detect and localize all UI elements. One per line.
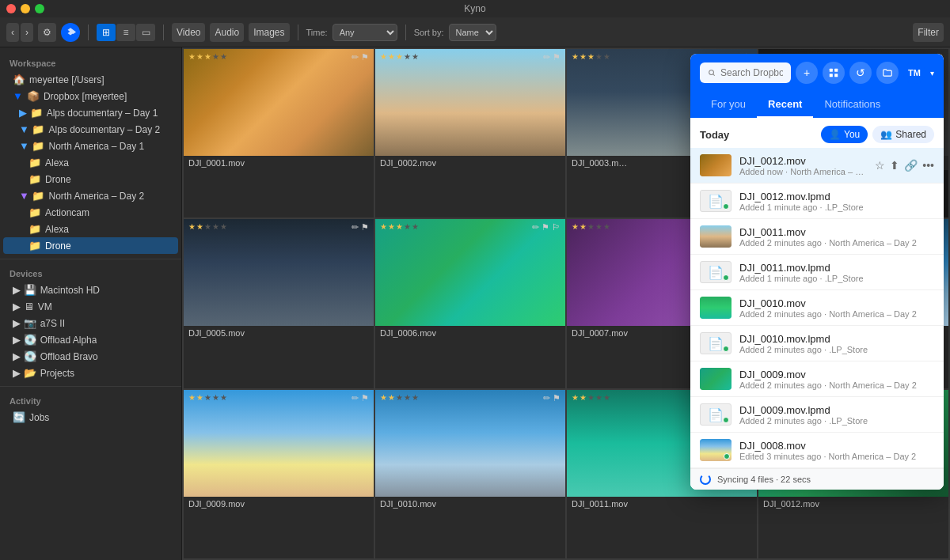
file-name: DJI_0009.mov.lpmd <box>739 404 934 416</box>
toolbar: ‹ › ⚙ ⊞ ≡ ▭ Video Audio Images Time: Any… <box>0 17 950 47</box>
sidebar-label-actioncam: Actioncam <box>45 207 89 218</box>
sidebar-item-na-day2[interactable]: ▼ 📁 North America – Day 2 <box>3 187 178 204</box>
add-button[interactable]: + <box>796 62 818 84</box>
separator3 <box>298 25 298 40</box>
file-item-dji0008-mov[interactable]: DJI_0008.mov Edited 3 minutes ago · Nort… <box>690 433 944 468</box>
media-cell-0006[interactable]: ★★★★★ ✏⚑🏳 DJI_0006.mov <box>375 219 565 388</box>
file-item-dji0012-mov[interactable]: DJI_0012.mov Added now · North America –… <box>690 148 944 184</box>
media-cell-0005[interactable]: ★★★★★ ✏⚑ DJI_0005.mov <box>184 219 374 388</box>
sidebar: Workspace 🏠 meyertee [/Users] ▼ 📦 Dropbo… <box>0 47 182 560</box>
sidebar-label-projects: Projects <box>40 368 74 379</box>
close-button[interactable] <box>6 4 16 13</box>
sidebar-label-drone2: Drone <box>45 240 71 252</box>
file-name: DJI_0012.mov <box>739 155 867 167</box>
media-cell-0002[interactable]: ★★★★★ ✏⚑ DJI_0002.mov <box>375 49 565 218</box>
refresh-button[interactable]: ↺ <box>849 62 872 84</box>
sidebar-item-jobs[interactable]: 🔄 Jobs <box>3 409 178 426</box>
minimize-button[interactable] <box>21 4 30 13</box>
media-cell-0001[interactable]: ★★★★★ ✏⚑ DJI_0001.mov <box>184 49 374 218</box>
file-item-dji0012-lpmd[interactable]: 📄 DJI_0012.mov.lpmd Added 1 minute ago ·… <box>690 184 944 219</box>
settings-button[interactable]: ⚙ <box>38 23 56 42</box>
sidebar-item-offload-alpha[interactable]: ▶ 💽 Offload Alpha <box>3 331 178 348</box>
tab-notifications[interactable]: Notifications <box>813 92 891 118</box>
title-bar: Kyno <box>0 0 950 17</box>
search-box[interactable] <box>700 62 791 83</box>
disk-alpha-icon: ▶ 💽 <box>13 334 36 346</box>
dropbox-folder-icon: 📦 <box>27 90 40 102</box>
sidebar-label-jobs: Jobs <box>29 412 49 423</box>
file-info: DJI_0010.mov.lpmd Added 2 minutes ago · … <box>739 333 934 354</box>
tab-recent[interactable]: Recent <box>757 92 813 118</box>
sidebar-item-a7s2[interactable]: ▶ 📷 a7S II <box>3 315 178 331</box>
media-cell-0009[interactable]: ★★★★★ ✏⚑ DJI_0009.mov <box>184 390 374 558</box>
sidebar-item-dropbox[interactable]: ▼ 📦 Dropbox [meyertee] <box>3 88 178 104</box>
sort-select[interactable]: Name Date Size <box>449 24 496 41</box>
file-item-dji0009-lpmd[interactable]: 📄 DJI_0009.mov.lpmd Added 2 minutes ago … <box>690 397 944 433</box>
shared-filter-button[interactable]: 👥 Shared <box>872 126 934 143</box>
file-doc-thumb: 📄 <box>700 332 732 354</box>
detail-view-button[interactable]: ▭ <box>136 24 155 41</box>
dropbox-apps-button[interactable] <box>823 62 845 84</box>
tab-for-you[interactable]: For you <box>700 92 757 118</box>
avatar-button[interactable]: TM <box>903 62 925 84</box>
folder-button[interactable] <box>876 62 899 84</box>
search-input[interactable] <box>720 67 783 78</box>
file-item-dji0011-lpmd[interactable]: 📄 DJI_0011.mov.lpmd Added 1 minute ago ·… <box>690 255 944 290</box>
file-meta: Added 2 minutes ago · North America – Da… <box>739 238 934 248</box>
forward-button[interactable]: › <box>21 23 33 42</box>
sync-indicator <box>723 417 729 423</box>
file-item-dji0009-mov[interactable]: DJI_0009.mov Added 2 minutes ago · North… <box>690 361 944 397</box>
more-action-icon[interactable]: ••• <box>922 159 934 172</box>
sidebar-item-actioncam[interactable]: 📁 Actioncam <box>3 204 178 221</box>
shared-label: Shared <box>895 129 926 140</box>
sidebar-item-drone2[interactable]: 📁 Drone <box>3 237 178 254</box>
sidebar-item-meyertee[interactable]: 🏠 meyertee [/Users] <box>3 71 178 88</box>
back-button[interactable]: ‹ <box>6 23 19 42</box>
sidebar-label-dropbox: Dropbox [meyertee] <box>44 91 127 102</box>
sidebar-label-na-day1: North America – Day 1 <box>48 141 144 152</box>
file-name: DJI_0010.mov <box>739 297 934 309</box>
file-item-dji0010-lpmd[interactable]: 📄 DJI_0010.mov.lpmd Added 2 minutes ago … <box>690 326 944 361</box>
sidebar-item-alps-day2[interactable]: ▼ 📁 Alps documentary – Day 2 <box>3 121 178 138</box>
audio-filter-button[interactable]: Audio <box>210 23 244 42</box>
sidebar-item-projects[interactable]: ▶ 📂 Projects <box>3 365 178 381</box>
filter-button[interactable]: Filter <box>913 23 944 42</box>
media-cell-0010[interactable]: ★★★★★ ✏⚑ DJI_0010.mov <box>375 390 565 558</box>
images-filter-button[interactable]: Images <box>249 23 289 42</box>
sidebar-item-macintosh[interactable]: ▶ 💾 Macintosh HD <box>3 282 178 298</box>
grid-view-button[interactable]: ⊞ <box>97 24 116 41</box>
alexa1-folder-icon: 📁 <box>28 157 41 168</box>
sidebar-item-alps-day1[interactable]: ▶ 📁 Alps documentary – Day 1 <box>3 104 178 121</box>
window-controls <box>6 4 44 13</box>
drone2-folder-icon: 📁 <box>28 240 41 252</box>
separator4 <box>405 25 406 40</box>
list-view-button[interactable]: ≡ <box>116 24 135 41</box>
sort-label: Sort by: <box>414 28 444 37</box>
star-action-icon[interactable]: ☆ <box>875 159 885 172</box>
file-thumb <box>700 368 732 390</box>
link-action-icon[interactable]: 🔗 <box>904 159 918 172</box>
sidebar-item-offload-bravo[interactable]: ▶ 💽 Offload Bravo <box>3 348 178 365</box>
sidebar-item-alexa2[interactable]: 📁 Alexa <box>3 221 178 237</box>
time-select[interactable]: Any Today This Week <box>332 24 397 41</box>
maximize-button[interactable] <box>35 4 44 13</box>
video-filter-button[interactable]: Video <box>172 23 205 42</box>
file-meta: Added 2 minutes ago · North America – Da… <box>739 380 934 390</box>
you-filter-button[interactable]: 👤 You <box>821 126 868 143</box>
cell-action-icons: ✏⚑ <box>352 393 369 403</box>
sidebar-item-alexa1[interactable]: 📁 Alexa <box>3 154 178 171</box>
sidebar-item-vm[interactable]: ▶ 🖥 VM <box>3 298 178 315</box>
today-row: Today 👤 You 👥 Shared <box>690 118 944 148</box>
avatar-chevron[interactable]: ▾ <box>930 69 934 78</box>
status-text: Syncing 4 files · 22 secs <box>717 475 811 484</box>
file-item-dji0010-mov[interactable]: DJI_0010.mov Added 2 minutes ago · North… <box>690 290 944 326</box>
sidebar-item-na-day1[interactable]: ▼ 📁 North America – Day 1 <box>3 138 178 154</box>
dropbox-link-button[interactable] <box>61 23 80 42</box>
share-action-icon[interactable]: ⬆ <box>890 159 899 172</box>
sync-indicator <box>724 453 730 460</box>
alexa2-folder-icon: 📁 <box>28 223 41 235</box>
file-item-dji0011-mov[interactable]: DJI_0011.mov Added 2 minutes ago · North… <box>690 219 944 255</box>
file-name: DJI_0011.mov <box>739 226 934 238</box>
separator2 <box>163 25 164 40</box>
sidebar-item-drone1[interactable]: 📁 Drone <box>3 171 178 187</box>
